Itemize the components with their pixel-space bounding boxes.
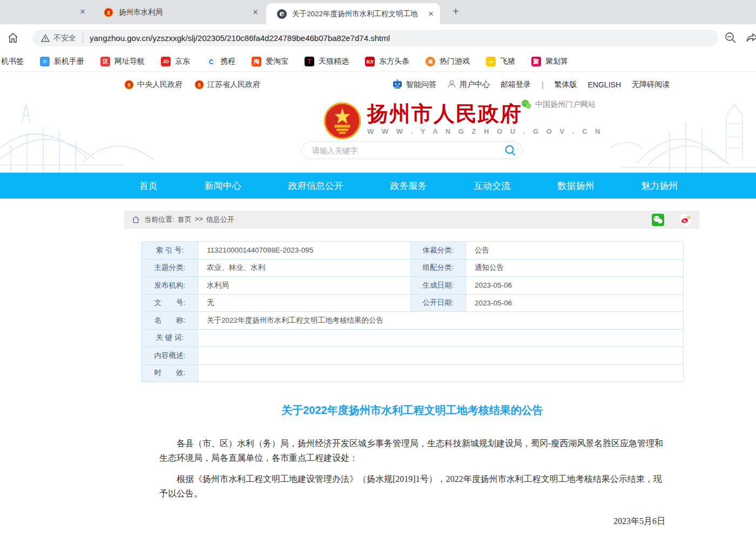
security-status-label[interactable]: 不安全 <box>53 33 76 43</box>
bookmark-taobao[interactable]: 爱淘宝 <box>252 57 288 66</box>
site-domain: W W W . Y A N G Z H O U . G O V . C N <box>367 127 603 135</box>
site-favicon: e <box>277 9 287 19</box>
new-tab-button[interactable]: + <box>448 4 463 19</box>
portal-link[interactable]: 中国扬州门户网站 <box>521 99 596 110</box>
breadcrumb-current[interactable]: 信息公开 <box>206 215 234 224</box>
tab-article-active[interactable]: e 关于2022年度扬州市水利工程文明工地 × <box>266 3 440 24</box>
browser-tab-bar: × 扬州市水利局 × e 关于2022年度扬州市水利工程文明工地 × + <box>0 0 756 24</box>
link-user-center[interactable]: 用户中心 <box>447 79 490 90</box>
table-row: 发布机构: 水利局 生成日期: 2023-05-06 <box>142 277 684 295</box>
bookmark-games[interactable]: 热门游戏 <box>426 57 470 66</box>
link-central-government[interactable]: 中央人民政府 <box>124 80 183 90</box>
site-utility-bar: 中央人民政府 江苏省人民政府 智能问答 <box>0 76 756 94</box>
meta-value-summary <box>198 347 684 365</box>
wechat-icon <box>521 99 531 110</box>
browser-window: × 扬州市水利局 × e 关于2022年度扬州市水利工程文明工地 × + 不安全… <box>0 0 756 538</box>
article-date: 2023年5月6日 <box>159 516 665 527</box>
wechat-share-icon[interactable] <box>652 214 664 226</box>
link-english[interactable]: ENGLISH <box>588 80 621 89</box>
nav-news-center[interactable]: 新闻中心 <box>205 180 241 192</box>
user-icon <box>447 79 456 90</box>
meta-value-topic: 农业、林业、水利 <box>198 259 411 277</box>
breadcrumb-home-link[interactable]: 首页 <box>178 215 192 224</box>
nav-gov-services[interactable]: 政务服务 <box>390 180 427 192</box>
bookmark-jd[interactable]: 京东 <box>161 57 190 66</box>
robot-icon <box>392 79 403 91</box>
bookmark-tmall[interactable]: 天猫精选 <box>305 57 349 66</box>
link-accessibility[interactable]: 无障碍阅读 <box>632 80 670 90</box>
nav-home[interactable]: 首页 <box>139 180 158 192</box>
nav-charm-yangzhou[interactable]: 魅力扬州 <box>641 180 678 192</box>
portal-label: 中国扬州门户网站 <box>535 100 596 110</box>
bookmark-ctrip[interactable]: 携程 <box>206 57 235 66</box>
home-icon <box>132 216 140 223</box>
game-icon <box>426 57 435 66</box>
dongfang-icon <box>365 57 375 66</box>
bookmark-label: 京东 <box>175 57 190 66</box>
bookmark-site-nav[interactable]: 网址导航 <box>100 57 145 66</box>
meta-label-publisher: 发布机构: <box>142 277 198 295</box>
close-icon[interactable]: × <box>253 8 258 17</box>
meta-label-topic: 主题分类: <box>142 259 198 277</box>
nav-data-yangzhou[interactable]: 数据扬州 <box>557 180 594 192</box>
share-icon[interactable] <box>745 31 756 45</box>
bookmark-label: 天猫精选 <box>319 57 349 66</box>
bookmarks-bar: 机书签 新机手册 网址导航 京东 携程 爱淘宝 天猫精选 东方头条 <box>0 51 756 72</box>
link-label: 无障碍阅读 <box>632 80 670 90</box>
meta-label-created: 生成日期: <box>411 277 466 295</box>
site-banner: 扬州市人民政府 W W W . Y A N G Z H O U . G O V … <box>0 94 756 173</box>
document-meta-table: 索 引 号: 11321000014407098E-2023-095 体裁分类:… <box>141 241 684 382</box>
link-label: 中央人民政府 <box>137 80 183 90</box>
nav-gov-info-disclosure[interactable]: 政府信息公开 <box>288 180 343 192</box>
omnibox-divider <box>83 33 83 43</box>
link-jiangsu-government[interactable]: 江苏省人民政府 <box>194 80 260 90</box>
meta-value-validity <box>198 364 684 382</box>
link-smart-qa[interactable]: 智能问答 <box>392 79 436 91</box>
table-row: 索 引 号: 11321000014407098E-2023-095 体裁分类:… <box>142 242 684 260</box>
meta-value-open-date: 2023-05-06 <box>466 294 684 312</box>
meta-value-name: 关于2022年度扬州市水利工程文明工地考核结果的公告 <box>198 312 684 330</box>
bookmark-dongfang[interactable]: 东方头条 <box>365 57 409 66</box>
meta-value-publisher: 水利局 <box>198 277 411 295</box>
notebook-icon <box>40 57 50 66</box>
fliggy-pig-icon <box>486 57 496 66</box>
breadcrumb-prefix: 当前位置: <box>144 215 174 224</box>
weibo-share-icon[interactable] <box>679 214 692 226</box>
meta-value-keywords <box>198 329 684 347</box>
address-bar[interactable]: 不安全 yangzhou.gov.cn/yzszxxgk/slj/202305/… <box>32 30 718 46</box>
close-icon[interactable]: × <box>428 9 434 18</box>
link-label: 江苏省人民政府 <box>207 80 260 90</box>
meta-label-genre: 体裁分类: <box>411 242 466 260</box>
table-row: 时 效: <box>142 364 684 382</box>
tab-shuiliju[interactable]: 扬州市水利局 × <box>93 0 265 24</box>
search-input[interactable] <box>302 146 498 155</box>
bookmark-juhuasuan[interactable]: 聚划算 <box>531 57 568 66</box>
divider: | <box>542 80 544 89</box>
meta-value-index: 11321000014407098E-2023-095 <box>198 242 411 260</box>
breadcrumb: 当前位置: 首页 >> 信息公开 <box>124 210 699 229</box>
link-traditional-chinese[interactable]: 繁体版 <box>555 80 577 90</box>
bookmark-fliggy[interactable]: 飞猪 <box>486 57 515 66</box>
nav-interaction[interactable]: 互动交流 <box>474 180 510 192</box>
link-mail-login[interactable]: 邮箱登录 <box>501 80 531 90</box>
close-icon[interactable]: × <box>80 7 85 16</box>
bookmark-phone-bookmarks[interactable]: 机书签 <box>1 57 24 66</box>
meta-label-group: 组配分类: <box>411 259 466 277</box>
gov-emblem-icon <box>194 80 204 90</box>
table-row: 名 称: 关于2022年度扬州市水利工程文明工地考核结果的公告 <box>142 312 684 330</box>
tab-title: 扬州市水利局 <box>119 8 248 17</box>
zoom-out-icon[interactable] <box>724 31 738 45</box>
bookmark-label: 东方头条 <box>379 57 409 66</box>
site-search <box>301 141 523 159</box>
table-row: 主题分类: 农业、林业、水利 组配分类: 通知公告 <box>142 259 684 277</box>
bookmark-label: 网址导航 <box>114 57 145 66</box>
table-row: 文 号: 无 公开日期: 2023-05-06 <box>142 294 684 312</box>
meta-label-name: 名 称: <box>142 312 198 330</box>
url-text[interactable]: yangzhou.gov.cn/yzszxxgk/slj/202305/210c… <box>90 33 390 43</box>
search-button[interactable] <box>498 141 522 159</box>
juhuasuan-icon <box>531 57 541 66</box>
article: 关于2022年度扬州市水利工程文明工地考核结果的公告 各县（市、区）水利（务）局… <box>141 397 683 538</box>
home-icon[interactable] <box>6 31 19 44</box>
table-row: 关 键 词: <box>142 329 684 347</box>
bookmark-manual[interactable]: 新机手册 <box>40 57 84 66</box>
